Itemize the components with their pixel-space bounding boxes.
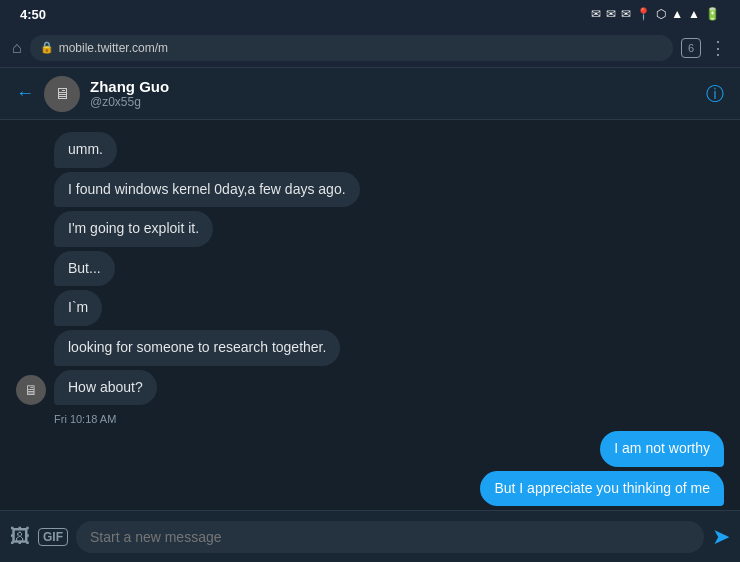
contact-avatar: 🖥 <box>44 76 80 112</box>
message-bubble: I am not worthy <box>600 431 724 467</box>
url-text: mobile.twitter.com/m <box>59 41 168 55</box>
message-bubble: But I appreciate you thinking of me <box>480 471 724 507</box>
message-bubble: umm. <box>54 132 117 168</box>
image-icon[interactable]: 🖼 <box>10 525 30 548</box>
back-button[interactable]: ← <box>16 83 34 104</box>
url-bar[interactable]: 🔒 mobile.twitter.com/m <box>30 35 673 61</box>
message-row: I`m <box>16 290 724 326</box>
location-icon: 📍 <box>636 7 651 21</box>
message-row: 🖥 How about? <box>16 370 724 406</box>
message-row: But... <box>16 251 724 287</box>
message-bubble: I'm going to exploit it. <box>54 211 213 247</box>
wifi-icon: ▲ <box>671 7 683 21</box>
message-timestamp: Fri 10:18 AM <box>16 413 724 425</box>
message-row: umm. <box>16 132 724 168</box>
mail-icon: ✉ <box>591 7 601 21</box>
status-bar: 4:50 ✉ ✉ ✉ 📍 ⬡ ▲ ▲ 🔋 <box>0 0 740 28</box>
tab-count[interactable]: 6 <box>681 38 701 58</box>
status-icons: ✉ ✉ ✉ 📍 ⬡ ▲ ▲ 🔋 <box>591 7 720 21</box>
message-row: I found windows kernel 0day,a few days a… <box>16 172 724 208</box>
mail-icon3: ✉ <box>621 7 631 21</box>
input-bar: 🖼 GIF ➤ <box>0 510 740 562</box>
gif-button[interactable]: GIF <box>38 528 68 546</box>
send-button[interactable]: ➤ <box>712 524 730 550</box>
message-bubble: I`m <box>54 290 102 326</box>
contact-handle: @z0x55g <box>90 95 696 109</box>
message-row: But I appreciate you thinking of me <box>16 471 724 507</box>
chat-header: ← 🖥 Zhang Guo @z0x55g ⓘ <box>0 68 740 120</box>
browser-menu-icon[interactable]: ⋮ <box>709 37 728 59</box>
lock-icon: 🔒 <box>40 41 54 54</box>
status-time: 4:50 <box>20 7 46 22</box>
message-bubble: I found windows kernel 0day,a few days a… <box>54 172 360 208</box>
mail-icon2: ✉ <box>606 7 616 21</box>
sender-avatar: 🖥 <box>16 375 46 405</box>
message-row: I am not worthy <box>16 431 724 467</box>
message-row: I'm going to exploit it. <box>16 211 724 247</box>
message-input[interactable] <box>76 521 704 553</box>
message-bubble: But... <box>54 251 115 287</box>
messages-area: umm. I found windows kernel 0day,a few d… <box>0 120 740 510</box>
contact-name: Zhang Guo <box>90 78 696 95</box>
home-icon[interactable]: ⌂ <box>12 39 22 57</box>
browser-bar: ⌂ 🔒 mobile.twitter.com/m 6 ⋮ <box>0 28 740 68</box>
contact-info: Zhang Guo @z0x55g <box>90 78 696 109</box>
info-icon[interactable]: ⓘ <box>706 82 724 106</box>
message-row: looking for someone to research together… <box>16 330 724 366</box>
signal-icon: ▲ <box>688 7 700 21</box>
battery-icon: 🔋 <box>705 7 720 21</box>
cast-icon: ⬡ <box>656 7 666 21</box>
message-bubble: looking for someone to research together… <box>54 330 340 366</box>
message-bubble: How about? <box>54 370 157 406</box>
